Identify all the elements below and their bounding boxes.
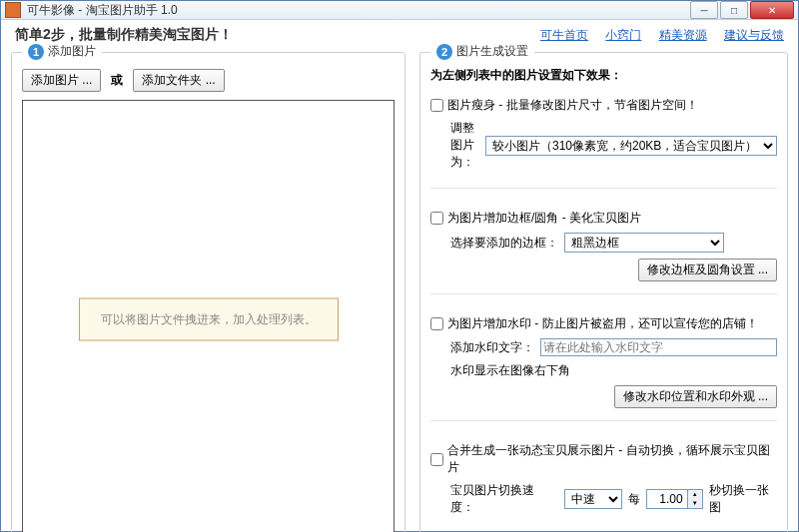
minimize-button[interactable]: ─ bbox=[690, 1, 718, 19]
border-settings-button[interactable]: 修改边框及圆角设置 ... bbox=[638, 259, 777, 281]
step-1-badge: 1 bbox=[28, 44, 44, 60]
watermark-position-note: 水印显示在图像右下角 bbox=[450, 362, 570, 379]
add-images-button[interactable]: 添加图片 ... bbox=[22, 69, 101, 92]
stepper-down-icon[interactable]: ▼ bbox=[688, 499, 702, 508]
add-folder-button[interactable]: 添加文件夹 ... bbox=[133, 69, 224, 92]
watermark-text-input[interactable] bbox=[540, 338, 777, 356]
close-button[interactable]: ✕ bbox=[750, 1, 794, 19]
link-resources[interactable]: 精美资源 bbox=[659, 28, 707, 42]
right-panel: 2 图片生成设置 为左侧列表中的图片设置如下效果： 图片瘦身 - 批量修改图片尺… bbox=[419, 52, 788, 532]
border-select-label: 选择要添加的边框： bbox=[450, 235, 558, 252]
resize-to-label: 调整图片为： bbox=[450, 120, 479, 171]
resize-select[interactable]: 较小图片（310像素宽，约20KB，适合宝贝图片） bbox=[485, 136, 777, 156]
drop-area[interactable]: 可以将图片文件拽进来，加入处理列表。 bbox=[22, 100, 395, 532]
left-panel: 1 添加图片 添加图片 ... 或 添加文件夹 ... 可以将图片文件拽进来，加… bbox=[11, 52, 405, 532]
left-panel-heading: 1 添加图片 bbox=[22, 43, 102, 60]
seconds-label: 秒切换一张图 bbox=[709, 482, 777, 516]
drop-hint: 可以将图片文件拽进来，加入处理列表。 bbox=[79, 297, 339, 340]
interval-stepper[interactable]: ▲ ▼ bbox=[646, 489, 703, 509]
stepper-up-icon[interactable]: ▲ bbox=[688, 490, 702, 499]
link-tips[interactable]: 小窍门 bbox=[605, 28, 641, 42]
watermark-settings-button[interactable]: 修改水印位置和水印外观 ... bbox=[614, 385, 777, 408]
merge-label: 合并生成一张动态宝贝展示图片 - 自动切换，循环展示宝贝图片 bbox=[447, 442, 777, 476]
speed-label: 宝贝图片切换速度： bbox=[450, 482, 552, 516]
window-title: 可牛影像 - 淘宝图片助手 1.0 bbox=[27, 2, 688, 19]
titlebar: 可牛影像 - 淘宝图片助手 1.0 ─ □ ✕ bbox=[1, 1, 798, 20]
section-title: 为左侧列表中的图片设置如下效果： bbox=[430, 67, 777, 84]
step-2-badge: 2 bbox=[436, 44, 452, 60]
watermark-block: 为图片增加水印 - 防止图片被盗用，还可以宣传您的店铺！ 添加水印文字： 水印显… bbox=[430, 310, 777, 421]
left-heading-text: 添加图片 bbox=[48, 43, 96, 60]
watermark-text-label: 添加水印文字： bbox=[450, 339, 534, 356]
merge-checkbox[interactable] bbox=[430, 453, 443, 466]
every-label: 每 bbox=[628, 491, 640, 508]
resize-checkbox[interactable] bbox=[430, 99, 443, 112]
right-heading-text: 图片生成设置 bbox=[456, 43, 528, 60]
merge-block: 合并生成一张动态宝贝展示图片 - 自动切换，循环展示宝贝图片 宝贝图片切换速度：… bbox=[430, 437, 777, 528]
app-icon bbox=[5, 2, 21, 18]
or-label: 或 bbox=[111, 72, 123, 89]
right-panel-heading: 2 图片生成设置 bbox=[430, 43, 534, 60]
watermark-checkbox[interactable] bbox=[430, 317, 443, 330]
link-home[interactable]: 可牛首页 bbox=[540, 28, 588, 42]
interval-input[interactable] bbox=[647, 490, 687, 508]
page-title: 简单2步，批量制作精美淘宝图片！ bbox=[15, 26, 526, 44]
watermark-label: 为图片增加水印 - 防止图片被盗用，还可以宣传您的店铺！ bbox=[447, 315, 758, 332]
resize-label: 图片瘦身 - 批量修改图片尺寸，节省图片空间！ bbox=[447, 97, 698, 114]
border-checkbox[interactable] bbox=[430, 212, 443, 225]
link-feedback[interactable]: 建议与反馈 bbox=[724, 28, 784, 42]
border-block: 为图片增加边框/圆角 - 美化宝贝图片 选择要添加的边框： 粗黑边框 修改边框及… bbox=[430, 205, 777, 294]
speed-select[interactable]: 中速 bbox=[564, 489, 621, 509]
resize-block: 图片瘦身 - 批量修改图片尺寸，节省图片空间！ 调整图片为： 较小图片（310像… bbox=[430, 92, 777, 189]
border-select[interactable]: 粗黑边框 bbox=[564, 233, 724, 253]
maximize-button[interactable]: □ bbox=[720, 1, 748, 19]
border-label: 为图片增加边框/圆角 - 美化宝贝图片 bbox=[447, 210, 641, 227]
